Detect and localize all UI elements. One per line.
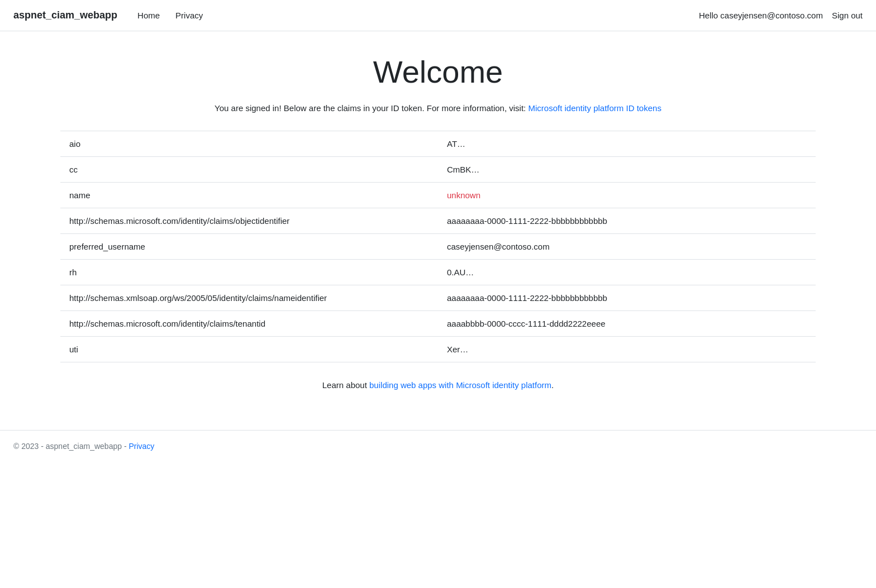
claim-name: cc (60, 157, 438, 183)
table-row: http://schemas.microsoft.com/identity/cl… (60, 311, 816, 337)
table-row: nameunknown (60, 183, 816, 208)
nav-home[interactable]: Home (131, 6, 166, 25)
navbar-nav: Home Privacy (131, 6, 699, 25)
claim-value: AT… (438, 131, 816, 157)
footer-copyright: © 2023 - aspnet_ciam_webapp - (13, 442, 128, 451)
claims-table: aioAT…ccCmBK…nameunknownhttp://schemas.m… (60, 131, 816, 362)
footer: © 2023 - aspnet_ciam_webapp - Privacy (0, 430, 876, 462)
claim-name: aio (60, 131, 438, 157)
hello-text: Hello caseyjensen@contoso.com (699, 11, 823, 20)
learn-text: Learn about building web apps with Micro… (60, 380, 816, 390)
claim-name: preferred_username (60, 234, 438, 260)
main-content: Welcome You are signed in! Below are the… (47, 31, 829, 430)
table-row: utiXer… (60, 337, 816, 362)
claim-value: Xer… (438, 337, 816, 362)
nav-privacy[interactable]: Privacy (169, 6, 210, 25)
table-row: preferred_usernamecaseyjensen@contoso.co… (60, 234, 816, 260)
navbar-brand[interactable]: aspnet_ciam_webapp (13, 9, 117, 21)
claim-name: http://schemas.microsoft.com/identity/cl… (60, 208, 438, 234)
id-tokens-link[interactable]: Microsoft identity platform ID tokens (528, 103, 661, 113)
claim-value: aaaaaaaa-0000-1111-2222-bbbbbbbbbbbb (438, 208, 816, 234)
claim-value: aaaabbbb-0000-cccc-1111-dddd2222eeee (438, 311, 816, 337)
learn-prefix: Learn about (322, 380, 369, 390)
claim-value: unknown (438, 183, 816, 208)
claim-name: rh (60, 260, 438, 285)
table-row: rh0.AU… (60, 260, 816, 285)
learn-link[interactable]: building web apps with Microsoft identit… (369, 380, 551, 390)
welcome-heading: Welcome (60, 54, 816, 90)
table-row: http://schemas.microsoft.com/identity/cl… (60, 208, 816, 234)
table-row: http://schemas.xmlsoap.org/ws/2005/05/id… (60, 285, 816, 311)
claim-value: aaaaaaaa-0000-1111-2222-bbbbbbbbbbbb (438, 285, 816, 311)
claim-name: http://schemas.xmlsoap.org/ws/2005/05/id… (60, 285, 438, 311)
learn-suffix: . (551, 380, 554, 390)
claim-name: name (60, 183, 438, 208)
claim-value: caseyjensen@contoso.com (438, 234, 816, 260)
navbar-right: Hello caseyjensen@contoso.com Sign out (699, 11, 863, 20)
signout-link[interactable]: Sign out (832, 11, 863, 20)
footer-privacy-link[interactable]: Privacy (128, 442, 154, 451)
signed-in-description: You are signed in! Below are the claims … (60, 103, 816, 113)
claim-name: uti (60, 337, 438, 362)
signed-in-text: You are signed in! Below are the claims … (215, 103, 526, 113)
claim-value: 0.AU… (438, 260, 816, 285)
table-row: ccCmBK… (60, 157, 816, 183)
claim-value: CmBK… (438, 157, 816, 183)
claim-name: http://schemas.microsoft.com/identity/cl… (60, 311, 438, 337)
table-row: aioAT… (60, 131, 816, 157)
navbar: aspnet_ciam_webapp Home Privacy Hello ca… (0, 0, 876, 31)
